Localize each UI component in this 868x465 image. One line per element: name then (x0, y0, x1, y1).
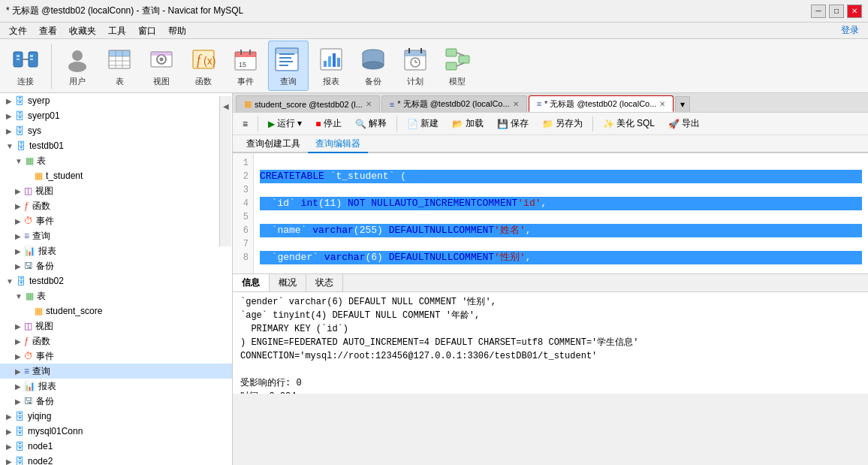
sidebar-item-mysql01conn[interactable]: ▶ 🗄 mysql01Conn (0, 424, 232, 439)
svg-text:15: 15 (239, 61, 246, 68)
stop-icon: ■ (315, 119, 321, 129)
tool-query[interactable]: 查询 (268, 41, 309, 91)
sidebar-item-node1[interactable]: ▶ 🗄 node1 (0, 439, 232, 454)
connect-icon (11, 44, 41, 74)
new-icon: 📄 (407, 119, 418, 129)
sidebar-label: 函数 (32, 335, 50, 348)
tool-model[interactable]: 模型 (438, 41, 477, 90)
views-icon: ◫ (24, 321, 32, 331)
tool-schedule[interactable]: 计划 (396, 41, 435, 90)
svg-line-54 (457, 53, 464, 56)
sidebar-item-testdb02-reports[interactable]: ▶ 📊 报表 (0, 379, 232, 394)
menu-tools[interactable]: 工具 (102, 23, 132, 39)
sidebar-item-yiqing[interactable]: ▶ 🗄 yiqing (0, 409, 232, 424)
export-label: 导出 (682, 117, 700, 130)
event-icon: 15 (231, 44, 261, 74)
tool-backup[interactable]: 备份 (354, 41, 393, 90)
sidebar-item-testdb02-fns[interactable]: ▶ ƒ 函数 (0, 334, 232, 349)
sidebar-item-node2[interactable]: ▶ 🗄 node2 (0, 454, 232, 465)
tool-user[interactable]: 用户 (58, 41, 97, 90)
load-label: 加载 (466, 117, 484, 130)
query-icon: ≡ (24, 366, 29, 376)
sidebar-item-testdb02-queries[interactable]: ▶ ≡ 查询 (0, 364, 232, 379)
expand-arrow: ▼ (15, 157, 23, 165)
action-separator (258, 116, 258, 131)
login-link[interactable]: 登录 (841, 24, 865, 37)
sidebar-item-testdb01-fns[interactable]: ▶ ƒ 函数 (0, 198, 232, 213)
stop-button[interactable]: ■ 停止 (310, 115, 346, 132)
tool-event[interactable]: 15 事件 (226, 41, 265, 90)
code-editor[interactable]: 1 2 3 4 5 6 7 8 CREATE TABLE `t_student`… (233, 153, 868, 273)
sidebar-item-t-student[interactable]: ▦ t_student (0, 168, 232, 183)
result-tab-status[interactable]: 状态 (306, 274, 343, 291)
menu-view[interactable]: 查看 (33, 23, 63, 39)
tool-view[interactable]: 视图 (142, 41, 181, 90)
tab-close-button[interactable]: ✕ (366, 100, 372, 108)
result-tab-info[interactable]: 信息 (233, 274, 270, 291)
sidebar-item-testdb01-tables[interactable]: ▼ ▦ 表 (0, 153, 232, 168)
sidebar-item-student-score[interactable]: ▦ student_score (0, 303, 232, 319)
svg-rect-35 (324, 61, 327, 67)
tab-overflow-button[interactable]: ▾ (675, 96, 690, 112)
tab-close-button[interactable]: ✕ (513, 100, 519, 108)
sidebar-label: 表 (37, 290, 46, 303)
sidebar-item-testdb01-reports[interactable]: ▶ 📊 报表 (0, 243, 232, 258)
tab-label: * 无标题 @testdb02 (localCo... (544, 98, 656, 110)
new-button[interactable]: 📄 新建 (402, 115, 444, 132)
saveas-button[interactable]: 📁 另存为 (537, 115, 588, 132)
tool-function[interactable]: f (x) 函数 (184, 41, 223, 90)
menu-help[interactable]: 帮助 (162, 23, 192, 39)
sidebar-label: syerp01 (28, 110, 60, 121)
views-icon: ◫ (24, 186, 32, 196)
sidebar-collapse[interactable]: ◀ (219, 96, 231, 246)
sub-tab-creator[interactable]: 查询创建工具 (239, 135, 308, 153)
sidebar-item-testdb01-events[interactable]: ▶ ⏱ 事件 (0, 213, 232, 228)
tab-untitled-1[interactable]: ≡ * 无标题 @testdb02 (localCo... ✕ (381, 95, 527, 112)
load-button[interactable]: 📂 加载 (447, 115, 489, 132)
window-title: * 无标题 @testdb02 (localConn) - 查询 - Navic… (6, 5, 243, 17)
menu-file[interactable]: 文件 (3, 23, 33, 39)
tool-report[interactable]: 报表 (312, 41, 351, 90)
action-separator-2 (396, 116, 397, 131)
menu-window[interactable]: 窗口 (132, 23, 162, 39)
save-button[interactable]: 💾 保存 (492, 115, 534, 132)
sidebar-item-syerp01[interactable]: ▶ 🗄 syerp01 (0, 108, 232, 123)
sidebar-item-testdb02-views[interactable]: ▶ ◫ 视图 (0, 319, 232, 334)
sidebar-item-testdb02[interactable]: ▼ 🗄 testdb02 (0, 273, 232, 288)
maximize-button[interactable]: □ (829, 5, 844, 18)
sidebar-item-testdb01-queries[interactable]: ▶ ≡ 查询 (0, 228, 232, 243)
sidebar-item-testdb01[interactable]: ▼ 🗄 testdb01 (0, 138, 232, 153)
sub-tab-editor[interactable]: 查询编辑器 (308, 135, 368, 153)
db-icon: 🗄 (17, 140, 26, 152)
tab-untitled-2[interactable]: ≡ * 无标题 @testdb02 (localCo... ✕ (529, 95, 674, 112)
sidebar-item-sys[interactable]: ▶ 🗄 sys (0, 123, 232, 138)
export-button[interactable]: 🚀 导出 (663, 115, 705, 132)
beautify-label: 美化 SQL (616, 117, 655, 130)
expand-arrow: ▶ (15, 262, 21, 270)
sidebar-item-testdb01-views[interactable]: ▶ ◫ 视图 (0, 183, 232, 198)
sidebar-item-syerp[interactable]: ▶ 🗄 syerp (0, 93, 232, 108)
result-tab-profile[interactable]: 概况 (270, 274, 306, 291)
tool-connect[interactable]: 连接 (6, 41, 45, 90)
explain-button[interactable]: 🔍 解释 (350, 115, 392, 132)
tool-table[interactable]: 表 (100, 41, 139, 90)
menu-favorites[interactable]: 收藏夹 (63, 23, 102, 39)
svg-line-55 (457, 63, 464, 66)
code-lines[interactable]: CREATE TABLE `t_student` ( `id` int(11) … (254, 153, 868, 273)
expand-arrow: ▼ (6, 277, 14, 285)
sidebar-item-testdb02-events[interactable]: ▶ ⏱ 事件 (0, 349, 232, 364)
model-label: 模型 (449, 76, 466, 87)
sidebar-label: node1 (28, 441, 53, 451)
tab-close-button[interactable]: ✕ (659, 100, 665, 108)
beautify-button[interactable]: ✨ 美化 SQL (598, 115, 660, 132)
code-line-2: `id` int(11) NOT NULL AUTO_INCREMENT COM… (260, 197, 862, 210)
minimize-button[interactable]: ─ (811, 5, 826, 18)
sidebar-item-testdb02-tables[interactable]: ▼ ▦ 表 (0, 288, 232, 303)
close-button[interactable]: ✕ (847, 5, 862, 18)
sidebar-item-testdb02-backup[interactable]: ▶ 🖫 备份 (0, 394, 232, 409)
run-button[interactable]: ▶ 运行 ▾ (263, 115, 307, 132)
tab-student-score[interactable]: ▦ student_score @testdb02 (l... ✕ (236, 95, 380, 112)
sidebar-item-testdb01-backup[interactable]: ▶ 🖫 备份 (0, 258, 232, 273)
svg-point-7 (72, 50, 83, 61)
hamburger-button[interactable]: ≡ (237, 116, 253, 131)
